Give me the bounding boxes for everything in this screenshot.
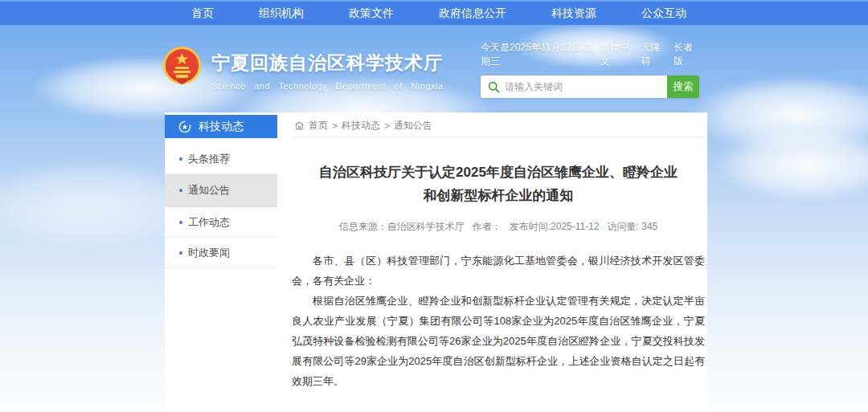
article-title-line2: 和创新型标杆企业的通知 (424, 188, 574, 203)
sidebar-item-label: 时政要闻 (188, 246, 230, 260)
nav-item-gov-info-disclosure[interactable]: 政府信息公开 (439, 6, 506, 21)
sidebar-header: 科技动态 (165, 115, 277, 138)
article-meta: 信息来源：自治区科学技术厅 作者： 发布时间:2025-11-12 访问量: 3… (292, 220, 705, 234)
top-navigation-items: 首页 组织机构 政策文件 政府信息公开 科技资源 公众互动 (191, 6, 686, 21)
meta-visit-count: 访问量: 345 (608, 220, 658, 234)
sidebar-item-label: 头条推荐 (188, 152, 230, 166)
article-paragraph: 各市、县（区）科技管理部门，宁东能源化工基地管委会，银川经济技术开发区管委会，各… (292, 251, 705, 291)
nav-item-home[interactable]: 首页 (191, 6, 214, 21)
site-subtitle: Science and Technology Department of Nin… (211, 81, 444, 91)
search-input[interactable] (505, 75, 667, 98)
article-title: 自治区科技厅关于认定2025年度自治区雏鹰企业、瞪羚企业 和创新型标杆企业的通知 (292, 161, 705, 208)
sidebar-title: 科技动态 (199, 120, 244, 134)
top-navigation: 首页 组织机构 政策文件 政府信息公开 科技资源 公众互动 (0, 2, 868, 25)
breadcrumb-home[interactable]: 首页 (309, 119, 328, 133)
breadcrumb-separator: > (384, 120, 390, 132)
sidebar-item-label: 通知公告 (188, 183, 230, 198)
sidebar-item-label: 工作动态 (188, 215, 230, 230)
breadcrumb: 首页 > 科技动态 > 通知公告 (292, 114, 705, 138)
national-emblem-logo (163, 47, 201, 87)
sidebar-list: 头条推荐 通知公告 工作动态 时政要闻 (165, 144, 277, 268)
site-brand: 宁夏回族自治区科学技术厅 Science and Technology Depa… (163, 47, 444, 91)
main-content: 首页 > 科技动态 > 通知公告 自治区科技厅关于认定2025年度自治区雏鹰企业… (292, 112, 705, 412)
search-button[interactable]: 搜索 (667, 75, 699, 98)
article-paragraph: 根据自治区雏鹰企业、瞪羚企业和创新型标杆企业认定管理有关规定，决定认定半亩良人农… (292, 291, 705, 391)
sidebar: 科技动态 头条推荐 通知公告 工作动态 时政要闻 (165, 115, 277, 268)
bullet-dot-icon (179, 251, 182, 255)
breadcrumb-current: 通知公告 (394, 119, 432, 133)
nav-item-organization[interactable]: 组织机构 (259, 6, 304, 21)
meta-source: 信息来源：自治区科学技术厅 (339, 220, 465, 234)
nav-item-public-interaction[interactable]: 公众互动 (641, 6, 686, 21)
nav-item-tech-resources[interactable]: 科技资源 (551, 6, 596, 21)
cloud-decoration (691, 76, 868, 153)
bullet-dot-icon (179, 189, 182, 192)
link-traditional-chinese[interactable]: 繁體中文 (600, 41, 635, 68)
meta-publish-time: 发布时间:2025-11-12 (510, 220, 600, 234)
brand-text: 宁夏回族自治区科学技术厅 Science and Technology Depa… (211, 47, 444, 91)
sidebar-item-notices[interactable]: 通知公告 (165, 174, 277, 207)
sidebar-item-current-politics[interactable]: 时政要闻 (165, 238, 277, 268)
link-senior-version[interactable]: 长者版 (674, 41, 699, 68)
top-links-row: 今天是2025年11月12日 星期三 繁體中文 无障碍 长者版 (481, 41, 699, 68)
tech-news-icon (178, 120, 191, 133)
search-bar: 搜索 (481, 75, 699, 98)
emblem-star-icon (163, 47, 201, 87)
bullet-dot-icon (179, 157, 182, 161)
bullet-dot-icon (179, 221, 182, 224)
article-title-line1: 自治区科技厅关于认定2025年度自治区雏鹰企业、瞪羚企业 (319, 165, 678, 180)
sidebar-item-work-updates[interactable]: 工作动态 (165, 207, 277, 238)
language-links: 繁體中文 无障碍 长者版 (600, 41, 699, 68)
cloud-decoration (715, 128, 868, 201)
breadcrumb-separator: > (332, 120, 338, 132)
breadcrumb-tech-news[interactable]: 科技动态 (342, 119, 380, 133)
site-title: 宁夏回族自治区科学技术厅 (211, 51, 444, 75)
home-icon (294, 120, 305, 131)
content-card: 科技动态 头条推荐 通知公告 工作动态 时政要闻 (165, 112, 707, 412)
page: 首页 组织机构 政策文件 政府信息公开 科技资源 公众互动 宁夏回族自治区科学技… (0, 0, 868, 412)
article-body: 各市、县（区）科技管理部门，宁东能源化工基地管委会，银川经济技术开发区管委会，各… (292, 251, 705, 391)
header-utility-area: 今天是2025年11月12日 星期三 繁體中文 无障碍 长者版 搜索 (481, 41, 699, 98)
sidebar-item-headlines[interactable]: 头条推荐 (165, 144, 277, 174)
current-date-text: 今天是2025年11月12日 星期三 (481, 41, 600, 68)
link-accessibility[interactable]: 无障碍 (641, 41, 667, 68)
nav-item-policy-documents[interactable]: 政策文件 (349, 6, 394, 21)
search-icon (481, 81, 505, 93)
meta-author: 作者： (473, 220, 502, 234)
